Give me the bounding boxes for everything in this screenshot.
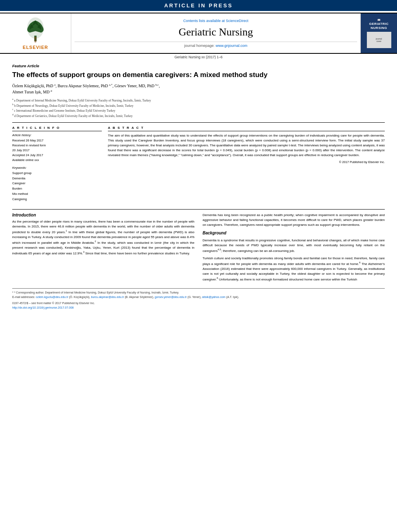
email-address-3: gorsev.yener@deu.edu.tr [155, 296, 187, 298]
gn-logo-text: GERIATRICNURSING [369, 22, 389, 31]
abstract-text: The aim of this qualitative and quantita… [108, 133, 385, 164]
revised-date: 20 July 2017 [12, 148, 102, 153]
contents-label: Contents lists available at [183, 19, 225, 23]
svg-point-2 [34, 37, 37, 39]
elsevier-brand-text: ELSEVIER [23, 45, 48, 50]
accepted-date: Accepted 24 July 2017 [12, 153, 102, 158]
article-info-col: A R T I C L E I N F O Article history: R… [12, 126, 102, 205]
gn-logo-box: 📖 GERIATRICNURSING journalcover [360, 13, 397, 53]
body-left-col: Introduction As the percentage of older … [12, 213, 195, 284]
copyright-line: © 2017 Published by Elsevier Inc. [108, 160, 385, 164]
article-info-header: A R T I C L E I N F O [12, 126, 102, 131]
journal-homepage: journal homepage: www.gnjournal.com [184, 44, 247, 48]
keywords-label: Keywords: [12, 166, 102, 170]
journal-header: ELSEVIER Contents lists available at Sci… [0, 13, 397, 54]
article-in-press-banner: ARTICLE IN PRESS [0, 0, 397, 11]
body-divider [12, 209, 385, 210]
history-label: Article history: [12, 133, 102, 137]
authors: Özlem Küçükgüçlü, PhD a, Burcu Akpınar S… [12, 83, 385, 95]
background-heading: Background [203, 230, 385, 236]
right-para-1: Dementia has long been recognized as a p… [203, 213, 385, 227]
section-divider [12, 122, 385, 123]
body-right-col: Dementia has long been recognized as a p… [203, 213, 385, 284]
received-revised-label: Received in revised form [12, 143, 102, 148]
intro-para-1: As the percentage of older people rises … [12, 219, 195, 256]
footer-area: * * Corresponding author. Department of … [12, 288, 385, 310]
gn-logo-image-placeholder: journalcover [376, 38, 382, 42]
keyword-3: Caregiver [12, 181, 102, 186]
journal-center: Contents lists available at ScienceDirec… [71, 13, 360, 53]
right-para-2: Dementia is a syndrome that results in p… [203, 238, 385, 254]
header-divider [75, 42, 357, 42]
keyword-2: Dementia [12, 176, 102, 181]
email-address-2: burcu.akpinar@deu.edu.tr [91, 296, 124, 298]
email-label: E-mail addresses: [12, 296, 35, 298]
received-date: Received 26 May 2017 [12, 138, 102, 143]
journal-title: Geriatric Nursing [179, 26, 253, 38]
article-history-section: Article history: Received 26 May 2017 Re… [12, 133, 102, 163]
elsevier-logo-box: ELSEVIER [0, 13, 71, 53]
keyword-4: Burden [12, 186, 102, 192]
email-line: E-mail addresses: ozlem.kguclu@deu.edu.t… [12, 295, 385, 300]
issn-line: 0197-4572/$ – see front matter © 2017 Pu… [12, 301, 385, 306]
right-col-text: Dementia has long been recognized as a p… [203, 213, 385, 282]
email-addresses: ozlem.kguclu@deu.edu.tr [36, 296, 68, 298]
science-direct-link[interactable]: Contents lists available at ScienceDirec… [183, 19, 248, 23]
affiliations: a a Department of Internal Medicine Nurs… [12, 97, 385, 118]
feature-article-label: Feature Article [12, 64, 385, 68]
abstract-col: A B S T R A C T The aim of this qualitat… [108, 126, 385, 205]
keywords-section: Keywords: Support group Dementia Caregiv… [12, 166, 102, 202]
science-direct-text[interactable]: ScienceDirect [226, 19, 249, 23]
body-content: Introduction As the percentage of older … [12, 213, 385, 284]
doi-line: Geriatric Nursing xx (2017) 1–6 [0, 54, 397, 60]
abstract-paragraph: The aim of this qualitative and quantita… [108, 133, 385, 158]
keyword-1: Support group [12, 171, 102, 176]
article-info-abstract-section: A R T I C L E I N F O Article history: R… [12, 126, 385, 205]
gn-logo-inner: 📖 GERIATRICNURSING journalcover [362, 15, 395, 51]
elsevier-tree-icon [17, 17, 54, 43]
right-para-3: Turkish culture and society traditionall… [203, 256, 385, 282]
keyword-5: Mix method [12, 192, 102, 197]
footnote-star-line: * * Corresponding author. Department of … [12, 291, 385, 295]
introduction-text: As the percentage of older people rises … [12, 219, 195, 256]
article-title: The effects of support groups on dementi… [12, 71, 385, 79]
main-content: Feature Article The effects of support g… [0, 64, 397, 310]
email-address-4: atisik@yahoo.com [202, 296, 225, 298]
keyword-6: Caregiving [12, 197, 102, 202]
available-online: Available online xxx [12, 158, 102, 163]
abstract-header: A B S T R A C T [108, 126, 385, 131]
introduction-heading: Introduction [12, 213, 195, 217]
doi-footer-link[interactable]: http://dx.doi.org/10.1016/j.gerinurse.20… [12, 306, 385, 310]
